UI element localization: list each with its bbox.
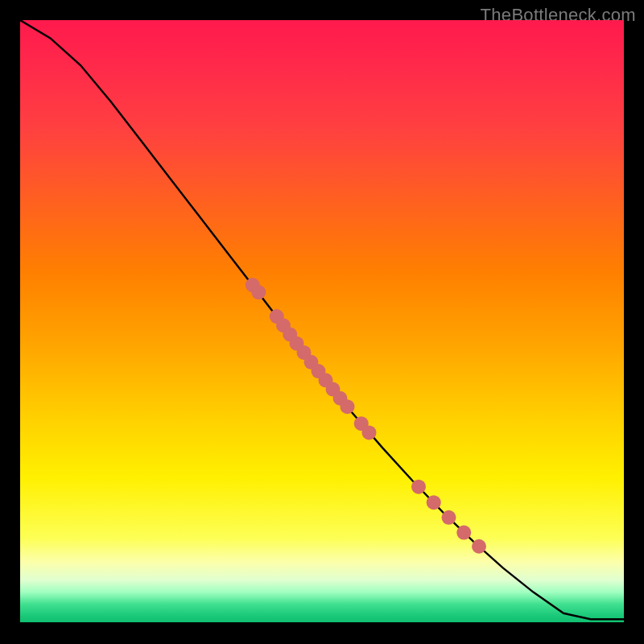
- chart-curve: [20, 20, 624, 619]
- chart-point: [411, 480, 426, 494]
- chart-point: [456, 526, 471, 540]
- chart-plot-area: [20, 20, 624, 622]
- chart-point: [442, 510, 456, 525]
- chart-points: [246, 278, 486, 554]
- chart-point: [362, 425, 377, 440]
- chart-point: [427, 495, 441, 510]
- chart-point: [341, 399, 355, 414]
- chart-svg-layer: [20, 20, 624, 622]
- chart-point: [472, 539, 486, 554]
- chart-point: [251, 285, 266, 299]
